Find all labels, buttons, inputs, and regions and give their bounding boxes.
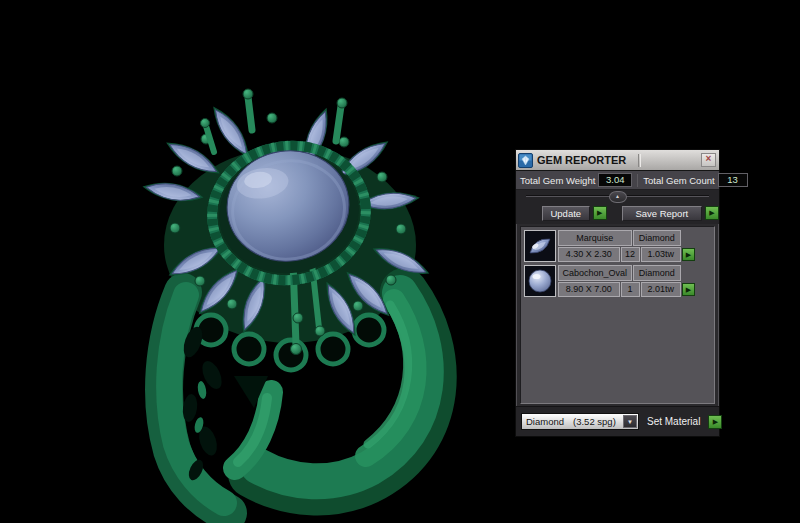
gem-dimensions-cell: 4.30 X 2.30 bbox=[558, 247, 620, 263]
totals-row: Total Gem Weight 3.04 Total Gem Count 13 bbox=[516, 171, 719, 190]
set-material-go-icon[interactable]: ▶ bbox=[708, 415, 722, 429]
gem-weight-cell: 2.01tw bbox=[641, 282, 681, 298]
material-dropdown-spg: (3.52 spg) bbox=[573, 416, 616, 427]
gem-row-marquise[interactable]: Marquise Diamond 4.30 X 2.30 12 1.03tw ▶ bbox=[524, 230, 711, 262]
save-report-button[interactable]: Save Report bbox=[622, 206, 702, 221]
gem-material-cell: Diamond bbox=[633, 230, 681, 246]
update-go-icon[interactable]: ▶ bbox=[593, 206, 607, 220]
total-gem-count-label: Total Gem Count bbox=[643, 175, 714, 186]
update-button[interactable]: Update bbox=[542, 206, 590, 221]
gem-table: Marquise Diamond 4.30 X 2.30 12 1.03tw ▶ bbox=[520, 226, 715, 404]
gem-weight-cell: 1.03tw bbox=[641, 247, 681, 263]
collapse-strip: ▲ bbox=[516, 190, 719, 202]
save-report-go-icon[interactable]: ▶ bbox=[705, 206, 719, 220]
panel-titlebar[interactable]: GEM REPORTER × bbox=[516, 150, 719, 171]
gem-count-cell: 1 bbox=[621, 282, 640, 298]
actions-row: Update ▶ Save Report ▶ bbox=[516, 202, 719, 224]
gem-count-cell: 12 bbox=[621, 247, 640, 263]
gem-material-cell: Diamond bbox=[633, 265, 681, 281]
total-gem-weight-label: Total Gem Weight bbox=[520, 175, 595, 186]
material-bar: Diamond (3.52 spg) ▼ Set Material ▶ bbox=[516, 406, 719, 436]
gem-row-go-icon[interactable]: ▶ bbox=[682, 283, 695, 296]
gem-row-cabochon-oval[interactable]: Cabochon_Oval Diamond 8.90 X 7.00 1 2.01… bbox=[524, 265, 711, 297]
panel-title: GEM REPORTER bbox=[537, 154, 626, 166]
material-dropdown-value: Diamond bbox=[522, 416, 564, 427]
chevron-down-icon[interactable]: ▼ bbox=[623, 415, 637, 428]
collapse-arrow-icon: ▲ bbox=[615, 193, 620, 199]
set-material-button[interactable]: Set Material bbox=[647, 416, 700, 427]
gem-shape-cell: Marquise bbox=[558, 230, 632, 246]
collapse-handle[interactable]: ▲ bbox=[609, 191, 627, 203]
material-dropdown[interactable]: Diamond (3.52 spg) ▼ bbox=[521, 413, 639, 430]
titlebar-divider bbox=[638, 154, 641, 167]
gem-reporter-icon bbox=[518, 153, 533, 168]
close-icon[interactable]: × bbox=[701, 153, 716, 167]
gem-reporter-panel: GEM REPORTER × Total Gem Weight 3.04 Tot… bbox=[515, 149, 720, 437]
gem-row-go-icon[interactable]: ▶ bbox=[682, 248, 695, 261]
cabochon-gem-thumb bbox=[524, 265, 556, 297]
gem-dimensions-cell: 8.90 X 7.00 bbox=[558, 282, 620, 298]
gem-shape-cell: Cabochon_Oval bbox=[558, 265, 632, 281]
marquise-gem-thumb bbox=[524, 230, 556, 262]
totals-separator bbox=[637, 174, 638, 187]
total-gem-count-value: 13 bbox=[718, 173, 748, 187]
total-gem-weight-value: 3.04 bbox=[598, 173, 632, 187]
